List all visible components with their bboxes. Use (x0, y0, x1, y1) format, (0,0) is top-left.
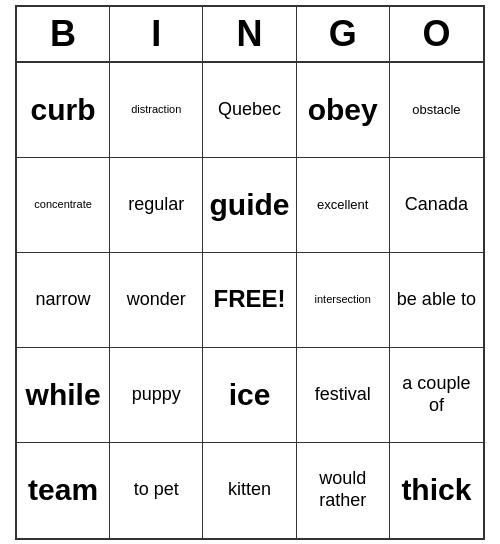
bingo-cell: guide (203, 158, 296, 253)
bingo-cell: thick (390, 443, 483, 538)
bingo-cell: distraction (110, 63, 203, 158)
cell-text: excellent (317, 197, 368, 213)
bingo-cell: puppy (110, 348, 203, 443)
bingo-grid: curbdistractionQuebecobeyobstacleconcent… (17, 63, 483, 538)
bingo-cell: narrow (17, 253, 110, 348)
bingo-cell: kitten (203, 443, 296, 538)
cell-text: be able to (397, 289, 476, 311)
bingo-cell: excellent (297, 158, 390, 253)
bingo-cell: festival (297, 348, 390, 443)
bingo-cell: be able to (390, 253, 483, 348)
cell-text: curb (31, 92, 96, 128)
cell-text: would rather (303, 468, 383, 511)
bingo-cell: FREE! (203, 253, 296, 348)
cell-text: thick (401, 472, 471, 508)
cell-text: a couple of (396, 373, 477, 416)
bingo-cell: obstacle (390, 63, 483, 158)
cell-text: puppy (132, 384, 181, 406)
bingo-cell: would rather (297, 443, 390, 538)
cell-text: intersection (315, 293, 371, 306)
header-letter: I (110, 7, 203, 61)
bingo-cell: regular (110, 158, 203, 253)
cell-text: kitten (228, 479, 271, 501)
bingo-card: BINGO curbdistractionQuebecobeyobstaclec… (15, 5, 485, 540)
bingo-cell: Quebec (203, 63, 296, 158)
cell-text: Canada (405, 194, 468, 216)
bingo-cell: while (17, 348, 110, 443)
cell-text: regular (128, 194, 184, 216)
header-letter: B (17, 7, 110, 61)
cell-text: Quebec (218, 99, 281, 121)
cell-text: narrow (36, 289, 91, 311)
bingo-cell: wonder (110, 253, 203, 348)
bingo-cell: intersection (297, 253, 390, 348)
bingo-header: BINGO (17, 7, 483, 63)
cell-text: to pet (134, 479, 179, 501)
cell-text: team (28, 472, 98, 508)
cell-text: obey (308, 92, 378, 128)
cell-text: obstacle (412, 102, 460, 118)
bingo-cell: curb (17, 63, 110, 158)
header-letter: O (390, 7, 483, 61)
bingo-cell: a couple of (390, 348, 483, 443)
header-letter: G (297, 7, 390, 61)
cell-text: wonder (127, 289, 186, 311)
cell-text: guide (209, 187, 289, 223)
header-letter: N (203, 7, 296, 61)
bingo-cell: ice (203, 348, 296, 443)
cell-text: festival (315, 384, 371, 406)
bingo-cell: concentrate (17, 158, 110, 253)
cell-text: FREE! (213, 285, 285, 314)
cell-text: ice (229, 377, 271, 413)
bingo-cell: team (17, 443, 110, 538)
cell-text: distraction (131, 103, 181, 116)
bingo-cell: obey (297, 63, 390, 158)
cell-text: concentrate (34, 198, 91, 211)
cell-text: while (26, 377, 101, 413)
bingo-cell: to pet (110, 443, 203, 538)
bingo-cell: Canada (390, 158, 483, 253)
